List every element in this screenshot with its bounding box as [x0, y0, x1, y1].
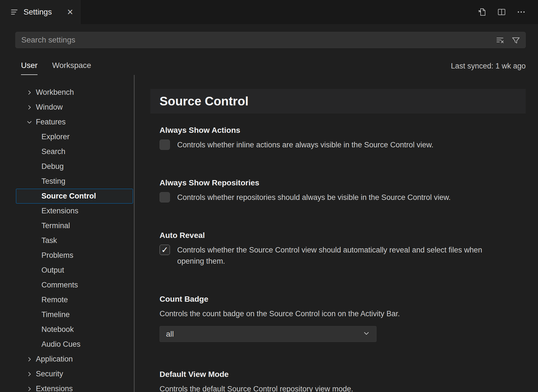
toc-item-features[interactable]: Features [16, 115, 133, 129]
split-editor-icon[interactable] [497, 8, 506, 16]
close-icon[interactable]: × [67, 7, 73, 17]
toc-item-remote[interactable]: Remote [16, 292, 133, 307]
settings-main: Source Control Always Show Actions Contr… [135, 75, 538, 392]
setting-name: Count Badge [160, 295, 526, 304]
toc-item-application[interactable]: Application [16, 352, 133, 367]
toc-item-label: Extensions [36, 384, 73, 392]
page-title: Source Control [160, 94, 249, 108]
setting-name: Always Show Actions [160, 126, 526, 135]
toc-item-source-control[interactable]: Source Control [16, 189, 133, 204]
setting-description: Controls the default Source Control repo… [160, 383, 509, 392]
select-value: all [166, 330, 174, 339]
toc-item-label: Application [36, 355, 73, 363]
section-heading-band: Source Control [150, 89, 526, 114]
toc-item-extensions[interactable]: Extensions [16, 204, 133, 218]
toc-item-label: Output [41, 266, 64, 275]
toc-item-label: Testing [41, 177, 66, 186]
setting-name: Always Show Repositories [160, 178, 526, 187]
setting-checkbox-row: ✓ Controls whether the Source Control vi… [160, 244, 526, 267]
toc-item-output[interactable]: Output [16, 263, 133, 278]
toc-item-explorer[interactable]: Explorer [16, 129, 133, 144]
setting-description: Controls whether inline actions are alwa… [177, 139, 433, 150]
search-bar [0, 24, 538, 48]
tab-settings[interactable]: Settings × [0, 0, 81, 24]
setting-name: Auto Reveal [160, 231, 526, 240]
toc-item-label: Problems [41, 251, 73, 260]
setting-count-badge: Count Badge Controls the count badge on … [150, 295, 526, 342]
setting-checkbox-row: Controls whether repositories should alw… [160, 192, 526, 203]
toc-item-search[interactable]: Search [16, 144, 133, 159]
setting-description: Controls whether the Source Control view… [177, 244, 491, 267]
setting-name: Default View Mode [160, 370, 526, 379]
toc-item-workbench[interactable]: Workbench [16, 85, 133, 100]
setting-checkbox-row: Controls whether inline actions are alwa… [160, 139, 526, 150]
toc-item-label: Comments [41, 281, 78, 289]
chevron-right-icon [26, 356, 32, 362]
setting-checkbox[interactable] [160, 192, 170, 202]
search-input[interactable] [21, 35, 496, 45]
chevron-right-icon [26, 371, 32, 377]
setting-description: Controls whether repositories should alw… [177, 192, 451, 203]
toc-item-label: Source Control [41, 192, 96, 200]
toc-item-task[interactable]: Task [16, 233, 133, 248]
editor-actions [478, 0, 538, 24]
toc-item-testing[interactable]: Testing [16, 174, 133, 189]
toc-item-label: Audio Cues [41, 340, 81, 349]
filter-icon[interactable] [511, 36, 520, 44]
toc-item-label: Task [41, 236, 57, 245]
toc-item-problems[interactable]: Problems [16, 248, 133, 263]
chevron-right-icon [26, 89, 32, 96]
settings-editor-window: Settings × [0, 0, 538, 392]
scope-tab-user[interactable]: User [21, 61, 38, 75]
open-settings-json-icon[interactable] [478, 8, 486, 16]
toc-item-label: Remote [41, 296, 68, 304]
chevron-right-icon [26, 119, 32, 125]
chevron-down-icon [363, 330, 370, 338]
toc-item-notebook[interactable]: Notebook [16, 322, 133, 337]
chevron-right-icon [26, 386, 32, 392]
toc-item-comments[interactable]: Comments [16, 278, 133, 292]
editor-tab-bar: Settings × [0, 0, 538, 24]
tab-label: Settings [24, 8, 52, 16]
more-actions-icon[interactable] [517, 8, 526, 16]
clear-search-icon[interactable] [496, 36, 505, 44]
toc-item-label: Window [36, 103, 63, 112]
toc-item-label: Security [36, 370, 63, 378]
check-icon: ✓ [161, 246, 168, 254]
toc-item-terminal[interactable]: Terminal [16, 218, 133, 233]
settings-tune-icon [10, 8, 18, 16]
setting-select[interactable]: all [160, 326, 376, 342]
toc-item-extensions[interactable]: Extensions [16, 381, 133, 392]
setting-checkbox[interactable]: ✓ [160, 245, 170, 255]
toc-item-label: Debug [41, 162, 64, 171]
setting-auto-reveal: Auto Reveal ✓ Controls whether the Sourc… [150, 231, 526, 267]
chevron-right-icon [26, 104, 32, 110]
search-box[interactable] [15, 32, 526, 48]
last-synced-label: Last synced: 1 wk ago [451, 62, 526, 75]
toc-item-label: Timeline [41, 310, 70, 319]
toc-item-timeline[interactable]: Timeline [16, 307, 133, 322]
toc-item-window[interactable]: Window [16, 100, 133, 115]
setting-description: Controls the count badge on the Source C… [160, 308, 509, 319]
toc-item-label: Features [36, 118, 66, 126]
toc-item-debug[interactable]: Debug [16, 159, 133, 174]
setting-checkbox[interactable] [160, 140, 170, 150]
setting-default-view-mode: Default View Mode Controls the default S… [150, 370, 526, 392]
toc-item-label: Workbench [36, 88, 74, 97]
toc-item-audio-cues[interactable]: Audio Cues [16, 337, 133, 352]
scope-tab-workspace[interactable]: Workspace [52, 61, 91, 75]
toc-item-label: Notebook [41, 325, 74, 334]
settings-list: Always Show Actions Controls whether inl… [150, 126, 526, 392]
toc-item-label: Explorer [41, 133, 70, 141]
toc-item-label: Terminal [41, 221, 70, 230]
toc-item-label: Extensions [41, 207, 78, 215]
toc-item-label: Search [41, 147, 66, 156]
settings-body: Workbench Window Features Explorer Searc… [0, 75, 538, 392]
scope-tabs: User Workspace Last synced: 1 wk ago [0, 48, 538, 75]
toc-item-security[interactable]: Security [16, 367, 133, 381]
setting-always-show-repositories: Always Show Repositories Controls whethe… [150, 178, 526, 203]
setting-always-show-actions: Always Show Actions Controls whether inl… [150, 126, 526, 150]
settings-toc: Workbench Window Features Explorer Searc… [0, 75, 135, 392]
